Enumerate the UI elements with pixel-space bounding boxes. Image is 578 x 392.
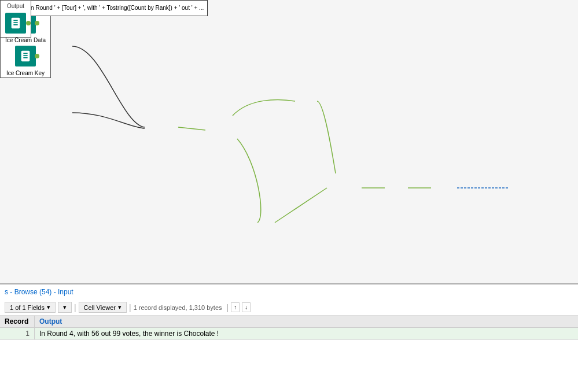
data-table: Record Output 1 In Round 4, with 56 out … — [0, 316, 578, 340]
separator-2: | — [129, 303, 131, 312]
chevron-down-icon-2: ▾ — [118, 304, 122, 311]
svg-line-1 — [275, 188, 327, 223]
bottom-panel: s - Browse (54) - Input 1 of 1 Fields ▾ … — [0, 283, 578, 392]
table-row: 1 In Round 4, with 56 out 99 votes, the … — [0, 328, 578, 340]
separator-3: | — [227, 303, 229, 312]
svg-line-0 — [178, 127, 205, 130]
table-header: Record Output — [0, 316, 578, 328]
chevron-down-icon: ▾ — [47, 304, 50, 311]
workflow-canvas: Inputs Ice Cream Data Ice Cream Key — [0, 0, 578, 283]
cell-record-1: 1 — [0, 328, 35, 339]
output-title: Output — [7, 3, 24, 9]
output-book-icon[interactable] — [5, 13, 26, 34]
output-node: Output — [0, 0, 31, 38]
ice-cream-key-label: Ice Cream Key — [6, 70, 45, 76]
ice-cream-key-icon[interactable] — [15, 46, 36, 66]
toolbar-row: 1 of 1 Fields ▾ ▾ | Cell Viewer ▾ | 1 re… — [0, 299, 578, 316]
connections-svg — [0, 0, 578, 283]
cell-viewer-dropdown[interactable]: Cell Viewer ▾ — [79, 302, 127, 313]
separator-1: | — [74, 303, 76, 312]
record-info: 1 record displayed, 1,310 bytes — [134, 304, 222, 311]
down-arrow-fields[interactable]: ▾ — [58, 302, 72, 313]
col-header-output: Output — [35, 316, 578, 327]
fields-dropdown[interactable]: 1 of 1 Fields ▾ — [5, 302, 56, 313]
cell-output-1: In Round 4, with 56 out 99 votes, the wi… — [35, 328, 578, 339]
scroll-down-btn[interactable]: ↓ — [242, 302, 251, 312]
col-header-record: Record — [0, 316, 35, 327]
breadcrumb-link[interactable]: s - Browse (54) - Input — [0, 284, 578, 299]
ice-cream-data-label: Ice Cream Data — [5, 37, 46, 43]
scroll-up-btn[interactable]: ↑ — [231, 302, 240, 312]
